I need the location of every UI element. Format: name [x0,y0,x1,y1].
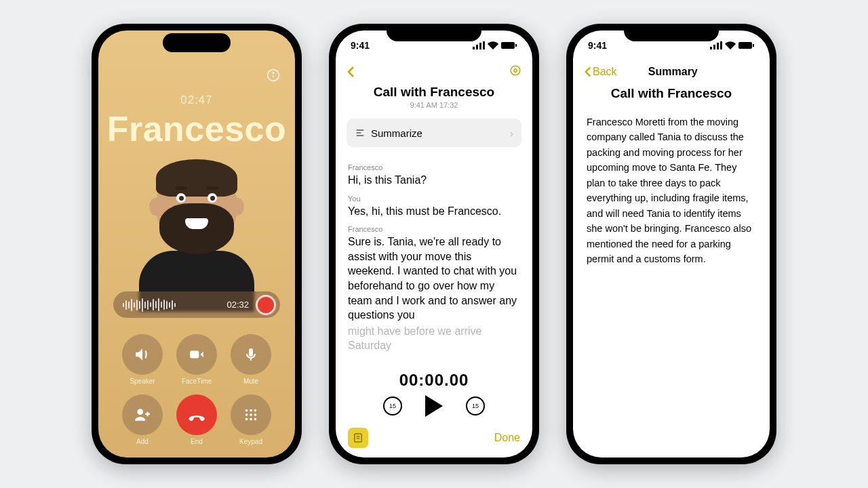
svg-point-2 [273,73,274,74]
svg-point-10 [250,409,252,412]
call-controls: Speaker FaceTime Mute Add End Keypad [98,322,295,458]
record-button[interactable] [256,295,276,315]
notes-app-icon[interactable] [348,428,368,448]
svg-rect-22 [501,42,515,49]
nav-title: Summary [648,66,698,78]
recording-time: 02:32 [226,300,249,310]
recording-pill[interactable]: 02:32 [113,291,280,318]
facetime-button[interactable]: FaceTime [174,334,219,385]
svg-point-11 [254,409,257,412]
status-icons [710,41,755,49]
svg-rect-31 [717,43,719,49]
speaker-button[interactable]: Speaker [120,334,165,385]
svg-point-15 [245,418,248,421]
status-time: 9:41 [351,40,370,51]
svg-rect-32 [720,41,722,49]
back-button[interactable]: Back [584,66,617,78]
playback-time: 00:00.00 [336,371,532,390]
play-button[interactable] [425,395,443,417]
svg-point-16 [250,418,252,421]
svg-rect-19 [476,45,478,49]
status-time: 9:41 [588,40,607,51]
transcript-body[interactable]: Francesco Hi, is this Tania? You Yes, hi… [336,147,532,365]
svg-point-25 [514,69,517,73]
svg-point-13 [250,413,252,416]
svg-point-6 [137,409,143,415]
svg-point-9 [245,409,248,412]
transcript-line: might have before we arrive Saturday [348,324,520,353]
call-duration: 02:47 [98,94,295,107]
svg-rect-4 [249,348,253,357]
svg-rect-30 [713,45,715,49]
end-call-button[interactable]: End [174,394,219,445]
svg-rect-20 [479,43,481,49]
skip-forward-button[interactable]: 15 [466,396,485,415]
svg-rect-21 [483,41,485,49]
svg-rect-34 [753,44,754,47]
info-icon[interactable] [267,68,280,85]
caller-avatar [129,156,264,287]
svg-rect-33 [738,42,752,49]
waveform-icon [123,298,220,312]
dynamic-island [163,33,231,52]
transcript-line: Sure is. Tania, we're all ready to assis… [348,235,520,323]
transcript-line: Yes, hi, this must be Francesco. [348,204,520,219]
phone-transcript-mockup: 9:41 Call with Francesco 9:41 AM 17:32 S… [329,24,539,464]
status-icons [473,41,517,49]
add-call-button[interactable]: Add [120,394,165,445]
svg-point-12 [245,413,248,416]
svg-rect-3 [190,351,199,359]
summary-title: Call with Francesco [573,86,770,101]
chevron-right-icon: › [510,127,513,139]
svg-point-24 [511,66,520,75]
page-subtitle: 9:41 AM 17:32 [336,101,532,109]
caller-name: Francesco [98,108,295,149]
page-title: Call with Francesco [336,85,532,100]
svg-point-17 [254,418,257,421]
share-icon[interactable] [509,64,521,79]
back-button[interactable] [347,66,355,78]
skip-back-button[interactable]: 15 [383,396,402,415]
speaker-label: Francesco [348,163,520,171]
summary-text: Francesco Moretti from the moving compan… [573,109,770,272]
notch [624,24,719,41]
svg-rect-18 [473,47,475,49]
phone-call-mockup: 9:41 02:47 Francesco 02:32 Speaker [92,24,302,464]
svg-rect-29 [710,47,712,49]
speaker-label: You [348,195,520,203]
svg-point-14 [254,413,257,416]
svg-rect-23 [515,44,517,47]
audio-player: 00:00.00 15 15 [336,365,532,424]
keypad-button[interactable]: Keypad [229,394,273,445]
phone-summary-mockup: 9:41 Back Summary Call with Francesco Fr… [566,24,776,464]
summarize-label: Summarize [371,127,422,139]
speaker-label: Francesco [348,225,520,233]
mute-button[interactable]: Mute [229,334,273,385]
notch [387,24,481,41]
done-button[interactable]: Done [494,432,520,444]
summarize-button[interactable]: Summarize › [347,119,521,147]
transcript-line: Hi, is this Tania? [348,173,520,188]
